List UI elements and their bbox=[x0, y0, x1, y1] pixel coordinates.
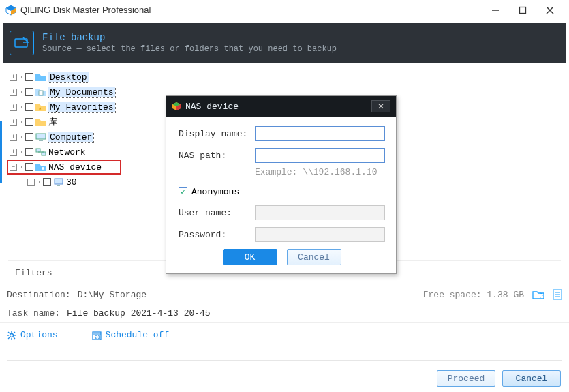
anonymous-label: Anonymous bbox=[191, 187, 239, 197]
tree-checkbox[interactable] bbox=[25, 103, 33, 111]
destination-label: Destination: bbox=[7, 290, 71, 300]
anonymous-checkbox[interactable]: ✓ bbox=[179, 187, 187, 196]
page-title: File backup bbox=[42, 32, 337, 43]
task-name-label: Task name: bbox=[7, 308, 60, 318]
dialog-title: NAS device bbox=[185, 102, 239, 112]
footer-buttons: Proceed Cancel bbox=[437, 370, 561, 387]
close-button[interactable] bbox=[536, 1, 564, 20]
tree-item-label: NAS device bbox=[48, 162, 102, 172]
tree-checkbox[interactable] bbox=[43, 178, 51, 186]
window-title: QILING Disk Master Professional bbox=[20, 5, 151, 15]
svg-rect-17 bbox=[57, 185, 60, 186]
tree-item-label: Desktop bbox=[48, 72, 89, 82]
divider bbox=[7, 360, 562, 361]
svg-text:23: 23 bbox=[95, 335, 100, 340]
cancel-button[interactable]: Cancel bbox=[502, 370, 561, 387]
svg-line-27 bbox=[8, 332, 10, 333]
tree-checkbox[interactable] bbox=[25, 88, 33, 96]
nas-icon bbox=[35, 162, 46, 172]
tree-checkbox[interactable] bbox=[25, 133, 33, 141]
gear-icon bbox=[7, 331, 16, 340]
svg-rect-11 bbox=[39, 140, 43, 141]
tree-item-my-favorites[interactable]: +·★My Favorites bbox=[8, 100, 165, 115]
proceed-button[interactable]: Proceed bbox=[437, 370, 495, 387]
expand-toggle[interactable]: + bbox=[27, 179, 35, 186]
nas-path-label: NAS path: bbox=[179, 151, 255, 161]
display-name-label: Display name: bbox=[179, 129, 255, 139]
expand-toggle[interactable]: + bbox=[10, 104, 17, 111]
expand-toggle[interactable]: + bbox=[10, 89, 17, 96]
tree-item-label: 30 bbox=[66, 177, 77, 187]
browse-destination-icon[interactable] bbox=[532, 290, 544, 299]
tree-item-库[interactable]: +·库 bbox=[8, 115, 165, 130]
tree-item-nas-device[interactable]: −·NAS device bbox=[7, 160, 121, 175]
tree-item-label: My Documents bbox=[48, 87, 115, 97]
folder-yellow-icon bbox=[35, 117, 46, 127]
tree-checkbox[interactable] bbox=[25, 118, 33, 126]
file-backup-icon bbox=[10, 31, 34, 55]
svg-rect-10 bbox=[36, 134, 46, 139]
tree-item-label: My Favorites bbox=[48, 102, 115, 112]
svg-rect-12 bbox=[36, 149, 40, 152]
nas-device-dialog: NAS device ✕ Display name: NAS path: Exa… bbox=[166, 95, 397, 274]
tree-item-label: 库 bbox=[48, 116, 57, 128]
tree-item-network[interactable]: +·Network bbox=[8, 145, 165, 160]
tree-checkbox[interactable] bbox=[25, 73, 33, 81]
expand-toggle[interactable]: + bbox=[10, 134, 17, 141]
dialog-cancel-button[interactable]: Cancel bbox=[287, 249, 341, 265]
nas-path-input[interactable] bbox=[255, 148, 385, 163]
nas-path-example: Example: \\192.168.1.10 bbox=[255, 167, 385, 177]
free-space-label: Free space: 1.38 GB bbox=[423, 290, 524, 300]
task-row: Task name: File backup 2021-4-13 20-45 bbox=[0, 304, 569, 322]
tree-item-desktop[interactable]: +·Desktop bbox=[8, 70, 165, 85]
options-button[interactable]: Options bbox=[7, 330, 58, 340]
svg-line-29 bbox=[14, 332, 15, 333]
folder-blue-icon bbox=[35, 72, 46, 82]
minimize-button[interactable] bbox=[482, 1, 509, 20]
svg-rect-8 bbox=[39, 91, 43, 95]
page-header: File backup Source — select the files or… bbox=[3, 23, 566, 63]
titlebar: QILING Disk Master Professional bbox=[0, 0, 569, 20]
tree-item-computer[interactable]: +·Computer bbox=[8, 130, 165, 145]
expand-toggle[interactable]: + bbox=[10, 149, 17, 156]
folder-doc-icon bbox=[35, 87, 46, 97]
tree-item-label: Computer bbox=[48, 132, 93, 142]
tree-item-30[interactable]: +·30 bbox=[8, 175, 165, 190]
expand-toggle[interactable]: + bbox=[10, 74, 17, 81]
tree-item-my-documents[interactable]: +·My Documents bbox=[8, 85, 165, 100]
svg-rect-4 bbox=[520, 7, 526, 13]
monitor-icon bbox=[53, 177, 64, 187]
maximize-button[interactable] bbox=[509, 1, 536, 20]
dialog-close-button[interactable]: ✕ bbox=[371, 100, 390, 112]
destination-row: Destination: D:\My Storage Free space: 1… bbox=[0, 285, 569, 304]
svg-rect-16 bbox=[55, 179, 63, 184]
calendar-icon: 23 bbox=[92, 331, 102, 340]
computer-icon bbox=[35, 132, 46, 142]
password-input[interactable] bbox=[255, 227, 385, 242]
svg-rect-13 bbox=[42, 152, 46, 155]
page-subtitle: Source — select the files or folders tha… bbox=[42, 44, 337, 54]
username-input[interactable] bbox=[255, 205, 385, 220]
tree-item-label: Network bbox=[48, 147, 86, 157]
password-label: Password: bbox=[179, 230, 255, 240]
schedule-button[interactable]: 23 Schedule off bbox=[92, 330, 170, 340]
options-label: Options bbox=[20, 330, 58, 340]
svg-line-28 bbox=[14, 337, 15, 339]
expand-toggle[interactable]: + bbox=[10, 119, 17, 126]
svg-line-30 bbox=[8, 337, 10, 339]
display-name-input[interactable] bbox=[255, 126, 385, 141]
expand-toggle[interactable]: − bbox=[10, 164, 17, 171]
network-icon bbox=[35, 147, 46, 157]
svg-text:★: ★ bbox=[38, 105, 42, 111]
dialog-ok-button[interactable]: OK bbox=[223, 249, 277, 265]
folder-star-icon: ★ bbox=[35, 102, 46, 112]
tree-checkbox[interactable] bbox=[25, 148, 33, 156]
source-tree: +·Desktop+·My Documents+·★My Favorites+·… bbox=[8, 70, 165, 190]
task-name-value[interactable]: File backup 2021-4-13 20-45 bbox=[67, 308, 211, 318]
options-row: Options 23 Schedule off bbox=[0, 322, 569, 344]
tree-checkbox[interactable] bbox=[25, 163, 33, 171]
app-logo-icon bbox=[5, 5, 16, 16]
schedule-label: Schedule off bbox=[106, 330, 170, 340]
dialog-titlebar: NAS device ✕ bbox=[166, 96, 396, 117]
calc-space-icon[interactable] bbox=[553, 289, 562, 300]
